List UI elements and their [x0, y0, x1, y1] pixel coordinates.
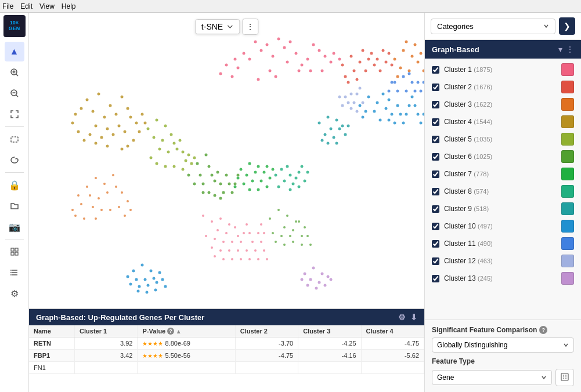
svg-point-69 [399, 67, 402, 70]
tsne-dropdown[interactable]: t-SNE [195, 19, 240, 34]
cell-cluster3: -4.25 [298, 337, 361, 350]
svg-point-249 [315, 287, 318, 290]
cluster-item-3[interactable]: Cluster 3 (1622) [425, 96, 581, 113]
cell-pvalue: ★★★★ 8.80e-69 [138, 337, 235, 350]
svg-point-263 [80, 203, 82, 205]
svg-point-82 [92, 110, 95, 113]
cluster-6-color [561, 150, 574, 163]
cluster-5-label: Cluster 5 (1035) [444, 135, 557, 143]
cursor-tool-button[interactable]: ▲ [5, 42, 24, 61]
svg-point-294 [237, 249, 239, 252]
cluster-4-checkbox[interactable] [432, 118, 439, 126]
cluster-5-checkbox[interactable] [432, 136, 439, 143]
col-cluster4: Cluster 4 [361, 325, 424, 337]
zoom-out-button[interactable] [5, 84, 24, 103]
svg-point-269 [129, 209, 132, 211]
rect-select-button[interactable] [5, 129, 24, 149]
cluster-item-9[interactable]: Cluster 9 (518) [425, 200, 581, 217]
svg-point-144 [225, 174, 228, 177]
cluster-11-checkbox[interactable] [432, 240, 439, 248]
cluster-item-12[interactable]: Cluster 12 (463) [425, 252, 581, 270]
cluster-item-4[interactable]: Cluster 4 (1544) [425, 113, 581, 130]
grid-button[interactable] [5, 242, 24, 262]
cluster-13-checkbox[interactable] [432, 275, 439, 282]
globally-distinguishing-dropdown[interactable]: Globally Distinguishing [432, 337, 574, 353]
settings-button[interactable]: ⚙ [5, 284, 24, 303]
cluster-item-6[interactable]: Cluster 6 (1025) [425, 148, 581, 165]
svg-point-332 [135, 278, 138, 281]
table-row[interactable]: FBP1 3.42 ★★★★ 5.50e-56 -4.75 -4.16 -5.6… [29, 350, 424, 362]
cluster-1-checkbox[interactable] [432, 66, 439, 74]
cluster-2-checkbox[interactable] [432, 84, 439, 91]
svg-point-122 [156, 162, 158, 165]
svg-point-110 [164, 125, 167, 128]
cluster-8-checkbox[interactable] [432, 188, 439, 195]
feature-type-dropdown[interactable]: Gene [432, 370, 552, 385]
svg-rect-8 [11, 248, 14, 251]
lasso-button[interactable] [5, 150, 24, 170]
cluster-item-2[interactable]: Cluster 2 (1676) [425, 78, 581, 96]
cluster-9-points [318, 116, 350, 145]
graph-section-menu-button[interactable]: ⋮ [566, 45, 574, 54]
expand-panel-button[interactable]: ❯ [559, 17, 575, 35]
svg-point-44 [333, 52, 335, 55]
svg-point-61 [379, 70, 382, 72]
svg-point-289 [246, 223, 248, 226]
table-row[interactable]: FN1 [29, 362, 424, 374]
menu-view[interactable]: View [39, 2, 55, 10]
svg-point-202 [365, 110, 367, 113]
graph-section-chevron-button[interactable]: ▾ [558, 45, 562, 54]
fit-view-button[interactable] [5, 104, 24, 124]
svg-point-160 [248, 188, 251, 191]
list-button[interactable] [5, 263, 24, 282]
cluster-12-checkbox[interactable] [432, 257, 439, 265]
cluster-item-5[interactable]: Cluster 5 (1035) [425, 130, 581, 148]
zoom-in-button[interactable] [5, 63, 24, 82]
scatter-plot[interactable]: // Generate scatter points programmatica… [29, 13, 424, 308]
cluster-item-13[interactable]: Cluster 13 (245) [425, 270, 581, 287]
svg-point-20 [272, 55, 275, 58]
lock-button[interactable]: 🔒 [5, 175, 24, 195]
cluster-6-checkbox[interactable] [432, 153, 439, 161]
cell-cluster4: -4.75 [361, 337, 424, 350]
cluster-9-checkbox[interactable] [432, 205, 439, 213]
svg-point-64 [347, 81, 350, 84]
cluster-item-8[interactable]: Cluster 8 (574) [425, 183, 581, 200]
svg-rect-9 [15, 248, 18, 251]
camera-button[interactable]: 📷 [5, 217, 24, 237]
svg-point-311 [277, 209, 280, 211]
svg-point-337 [138, 285, 141, 288]
svg-point-42 [309, 70, 312, 72]
sort-arrow-icon: ▲ [176, 328, 182, 335]
table-row[interactable]: RETN 3.92 ★★★★ 8.80e-69 -3.70 -4.25 -4.7… [29, 337, 424, 350]
menu-file[interactable]: File [2, 2, 13, 10]
graph-section-title: Graph-Based [432, 45, 555, 54]
viz-menu-button[interactable]: ⋮ [242, 19, 258, 35]
calculate-button[interactable] [555, 369, 574, 386]
cluster-item-7[interactable]: Cluster 7 (778) [425, 165, 581, 183]
svg-point-126 [190, 162, 193, 165]
cluster-item-10[interactable]: Cluster 10 (497) [425, 217, 581, 235]
categories-dropdown[interactable]: Categories [431, 19, 555, 34]
svg-point-103 [144, 122, 147, 125]
cluster-10-checkbox[interactable] [432, 223, 439, 230]
menu-edit[interactable]: Edit [20, 2, 33, 10]
folder-button[interactable] [5, 196, 24, 216]
menu-help[interactable]: Help [62, 2, 76, 10]
significant-feature-info-icon[interactable]: ? [539, 326, 547, 334]
cluster-item-1[interactable]: Cluster 1 (1875) [425, 61, 581, 78]
download-icon[interactable]: ⬇ [410, 313, 417, 322]
svg-point-318 [280, 235, 283, 237]
svg-point-51 [353, 70, 356, 72]
cluster-3-checkbox[interactable] [432, 101, 439, 108]
svg-point-253 [86, 186, 88, 188]
svg-point-99 [83, 139, 86, 142]
svg-point-168 [280, 168, 283, 171]
svg-point-32 [318, 49, 321, 52]
cluster-7-checkbox[interactable] [432, 170, 439, 178]
svg-point-288 [243, 232, 245, 234]
filter-icon[interactable]: ⚙ [398, 313, 406, 322]
svg-point-36 [312, 43, 315, 46]
svg-point-95 [135, 122, 138, 125]
cluster-item-11[interactable]: Cluster 11 (490) [425, 235, 581, 252]
